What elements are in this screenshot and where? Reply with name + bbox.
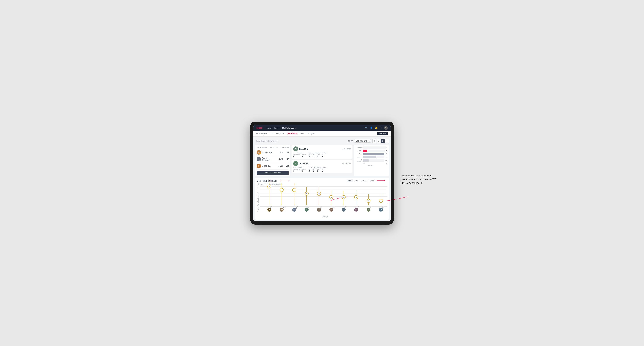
player-avatar-2: EC 2 xyxy=(256,157,261,162)
pa-putt-rees: 0 xyxy=(322,155,324,157)
bar-group: 7x E. Ebert EE xyxy=(263,186,276,212)
subnav-pgat[interactable]: PGAT Players xyxy=(256,133,267,135)
player-card-josh: JC Josh Coles 26 Aug 2023 Total Rounds T… xyxy=(292,160,352,173)
view-leaderboard-button[interactable]: View Full Leaderboard xyxy=(256,171,289,175)
rank-badge-1: 1 xyxy=(259,153,261,155)
nav-home[interactable]: Home xyxy=(266,127,271,129)
bar-bubble: 5x xyxy=(317,192,321,195)
settings-icon[interactable]: ⚙ xyxy=(380,127,382,129)
bar-bubble: 3x xyxy=(366,199,370,203)
subnav-pga[interactable]: PGA xyxy=(270,133,274,135)
subnav-team-clippd[interactable]: Team Clippd xyxy=(287,133,298,135)
pa-app-josh: 0 xyxy=(313,170,315,172)
player-name-3[interactable]: Cameron... xyxy=(262,165,276,167)
bar-group: 4x M. Miller MM xyxy=(350,186,362,212)
bell-icon[interactable]: 🔔 xyxy=(375,127,378,129)
user-icon[interactable]: 👤 xyxy=(370,127,373,129)
bar-fill xyxy=(363,156,376,158)
pc-name-josh[interactable]: Josh Coles xyxy=(299,163,310,165)
bar-value: 96 xyxy=(386,150,388,152)
show-label: Show xyxy=(348,140,352,142)
two-col-layout: PLAYER NAME PB SCORE PB AVG SQ RB 1 Rich… xyxy=(255,145,389,176)
player-score-3: 17/20 xyxy=(277,165,283,167)
tablet-screen: clippd Home Teams My Performance 🔍 👤 🔔 ⚙… xyxy=(254,125,390,221)
pc-date-josh: 26 Aug 2023 xyxy=(342,163,351,165)
streaks-header: Best Round Streaks OTT APP ARG PUTT xyxy=(257,179,387,182)
filter-ott[interactable]: OTT xyxy=(347,179,353,182)
nav-teams[interactable]: Teams xyxy=(274,127,280,129)
chart-bar-row: D. Bogeys+ 131 xyxy=(355,159,388,162)
table-row: RB 1 Richard Butler 19/20 110 xyxy=(256,149,289,156)
practice-label-josh: Total Practice Activities xyxy=(309,167,326,168)
chart-x-label: Total Shots xyxy=(355,165,388,167)
subnav-all-players[interactable]: All Players xyxy=(306,133,315,135)
rounds-practice-josh: 2 xyxy=(302,170,306,172)
lb-col-avg: PB AVG SQ xyxy=(281,147,289,148)
filter-arg[interactable]: ARG xyxy=(361,179,367,182)
bar-container xyxy=(363,153,384,155)
card-view-btn[interactable]: ▦ xyxy=(381,139,385,143)
nav-my-performance[interactable]: My Performance xyxy=(282,127,296,129)
pc-avatar-rees: RB xyxy=(293,147,298,151)
subnav-hcaps[interactable]: Hcaps 1-5 xyxy=(276,133,284,135)
bar-label: Bogeys xyxy=(355,156,362,158)
pa-ott-rees: 0 xyxy=(309,155,311,157)
search-icon[interactable]: 🔍 xyxy=(365,127,368,129)
filter-app[interactable]: APP xyxy=(354,179,360,182)
chart-panel: Eagles 3 Birdies 96 Pars 499 Bogeys 311 … xyxy=(354,145,389,176)
bar-fill xyxy=(363,159,368,162)
grid-view-btn[interactable]: ⊞ xyxy=(372,139,376,143)
player-score-2: 18/20 xyxy=(277,158,283,160)
team-controls: Show Last 3 months ⊞ ☰ ▦ ↕ xyxy=(348,139,389,143)
bar-fill xyxy=(363,150,367,152)
edit-icon[interactable]: ✏ xyxy=(276,140,278,142)
player-name-1[interactable]: Richard Butler xyxy=(262,151,276,153)
nav-links: Home Teams My Performance xyxy=(266,127,296,129)
rank-badge-3: 3 xyxy=(259,166,261,168)
filter-putt[interactable]: PUTT xyxy=(368,179,376,182)
bar-stem xyxy=(319,187,319,205)
chart-x-label-players: Players xyxy=(322,216,328,218)
bar-stem xyxy=(294,183,294,205)
rounds-tournament-josh: 7 xyxy=(293,170,300,172)
user-avatar[interactable]: U xyxy=(384,126,388,130)
bar-bubble: 6x xyxy=(292,188,296,192)
bar-bubble: 4x xyxy=(354,195,358,199)
chart-view-btn[interactable]: ↕ xyxy=(385,139,389,143)
filter-arrow-icon xyxy=(376,179,387,182)
leaderboard-panel: PLAYER NAME PB SCORE PB AVG SQ RB 1 Rich… xyxy=(255,145,290,176)
player-cards-column: RB Rees Britt 02 Sep 2023 Total Rounds T… xyxy=(292,145,352,176)
team-header: Team Clippd 14 Players ✏ Show Last 3 mon… xyxy=(255,138,389,144)
bar-label: Birdies xyxy=(355,150,362,152)
pc-name-rees[interactable]: Rees Britt xyxy=(299,148,308,150)
bar-bubble: 4x xyxy=(329,195,333,199)
pa-arg-rees: 0 xyxy=(317,155,320,157)
streaks-filters: OTT APP ARG PUTT xyxy=(347,179,387,182)
player-avg-1: 110 xyxy=(284,151,289,153)
bar-value: 3 xyxy=(387,147,388,148)
bar-group: 5x J. Coles JC xyxy=(300,186,313,212)
chart-bar-row: Birdies 96 xyxy=(355,150,388,152)
pc-date-rees: 02 Sep 2023 xyxy=(342,148,351,150)
rounds-label: Total Rounds xyxy=(293,152,306,154)
add-team-button[interactable]: Add Team xyxy=(377,132,388,135)
rounds-tournament-rees: 8 xyxy=(293,155,300,157)
bar-container xyxy=(363,156,384,158)
sub-nav: PGAT Players PGA Hcaps 1-5 Team Clippd T… xyxy=(254,131,390,137)
bar-container xyxy=(363,159,384,162)
subnav-tour[interactable]: Tour xyxy=(300,133,304,135)
streaks-chart-area: 7 6 5 4 3 2 1 0 xyxy=(260,186,387,218)
annotation-box: Here you can see streaks your players ha… xyxy=(401,174,439,185)
list-view-btn[interactable]: ☰ xyxy=(376,139,380,143)
player-avatar-1: RB 1 xyxy=(256,150,261,155)
time-period-select[interactable]: Last 3 months xyxy=(354,139,371,143)
bar-value: 131 xyxy=(385,160,388,161)
lb-header: PLAYER NAME PB SCORE PB AVG SQ xyxy=(256,147,289,148)
bar-group: 3x R. Butler RB xyxy=(362,186,375,212)
player-name-2[interactable]: Edward Crossman xyxy=(262,157,276,161)
bar-stem xyxy=(282,183,282,205)
streak-arrow-icon xyxy=(278,180,289,182)
team-title: Team Clippd 14 Players ✏ xyxy=(255,140,278,142)
chart-bars: Eagles 3 Birdies 96 Pars 499 Bogeys 311 … xyxy=(355,147,388,162)
player-avg-2: 107 xyxy=(284,158,289,160)
